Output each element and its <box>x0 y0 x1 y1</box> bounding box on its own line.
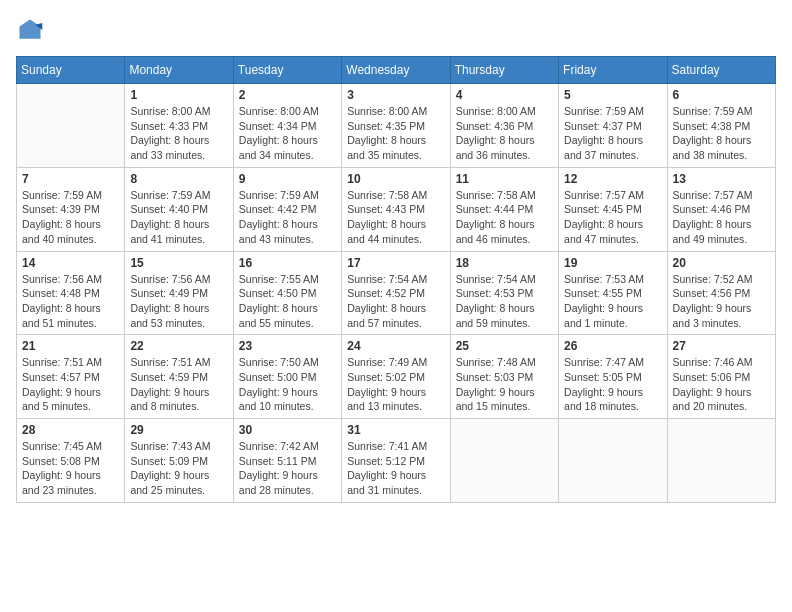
day-number: 28 <box>22 423 119 437</box>
day-of-week-header: Wednesday <box>342 57 450 84</box>
calendar-cell: 10Sunrise: 7:58 AMSunset: 4:43 PMDayligh… <box>342 167 450 251</box>
day-info: Sunrise: 8:00 AMSunset: 4:34 PMDaylight:… <box>239 104 336 163</box>
day-number: 2 <box>239 88 336 102</box>
day-info: Sunrise: 7:55 AMSunset: 4:50 PMDaylight:… <box>239 272 336 331</box>
day-number: 14 <box>22 256 119 270</box>
day-number: 15 <box>130 256 227 270</box>
day-of-week-header: Monday <box>125 57 233 84</box>
day-info: Sunrise: 7:51 AMSunset: 4:57 PMDaylight:… <box>22 355 119 414</box>
day-number: 18 <box>456 256 553 270</box>
day-of-week-header: Friday <box>559 57 667 84</box>
calendar-cell: 3Sunrise: 8:00 AMSunset: 4:35 PMDaylight… <box>342 84 450 168</box>
day-number: 17 <box>347 256 444 270</box>
calendar-cell: 6Sunrise: 7:59 AMSunset: 4:38 PMDaylight… <box>667 84 775 168</box>
calendar-cell <box>559 419 667 503</box>
calendar-cell: 14Sunrise: 7:56 AMSunset: 4:48 PMDayligh… <box>17 251 125 335</box>
calendar-cell <box>450 419 558 503</box>
day-number: 29 <box>130 423 227 437</box>
svg-marker-0 <box>20 20 41 39</box>
day-number: 13 <box>673 172 770 186</box>
day-number: 3 <box>347 88 444 102</box>
day-number: 21 <box>22 339 119 353</box>
day-number: 19 <box>564 256 661 270</box>
day-of-week-header: Saturday <box>667 57 775 84</box>
day-info: Sunrise: 7:48 AMSunset: 5:03 PMDaylight:… <box>456 355 553 414</box>
calendar-cell: 13Sunrise: 7:57 AMSunset: 4:46 PMDayligh… <box>667 167 775 251</box>
calendar-cell <box>17 84 125 168</box>
day-of-week-header: Tuesday <box>233 57 341 84</box>
calendar-cell: 17Sunrise: 7:54 AMSunset: 4:52 PMDayligh… <box>342 251 450 335</box>
day-info: Sunrise: 7:50 AMSunset: 5:00 PMDaylight:… <box>239 355 336 414</box>
calendar-cell: 24Sunrise: 7:49 AMSunset: 5:02 PMDayligh… <box>342 335 450 419</box>
calendar-cell: 12Sunrise: 7:57 AMSunset: 4:45 PMDayligh… <box>559 167 667 251</box>
calendar-week-row: 1Sunrise: 8:00 AMSunset: 4:33 PMDaylight… <box>17 84 776 168</box>
day-info: Sunrise: 7:53 AMSunset: 4:55 PMDaylight:… <box>564 272 661 331</box>
day-info: Sunrise: 7:52 AMSunset: 4:56 PMDaylight:… <box>673 272 770 331</box>
day-number: 1 <box>130 88 227 102</box>
day-info: Sunrise: 7:59 AMSunset: 4:40 PMDaylight:… <box>130 188 227 247</box>
day-number: 9 <box>239 172 336 186</box>
day-number: 6 <box>673 88 770 102</box>
logo-icon <box>16 16 44 44</box>
logo <box>16 16 48 44</box>
calendar-cell: 26Sunrise: 7:47 AMSunset: 5:05 PMDayligh… <box>559 335 667 419</box>
calendar-cell: 11Sunrise: 7:58 AMSunset: 4:44 PMDayligh… <box>450 167 558 251</box>
day-info: Sunrise: 7:59 AMSunset: 4:38 PMDaylight:… <box>673 104 770 163</box>
calendar-cell: 1Sunrise: 8:00 AMSunset: 4:33 PMDaylight… <box>125 84 233 168</box>
day-info: Sunrise: 8:00 AMSunset: 4:35 PMDaylight:… <box>347 104 444 163</box>
day-info: Sunrise: 7:49 AMSunset: 5:02 PMDaylight:… <box>347 355 444 414</box>
day-number: 5 <box>564 88 661 102</box>
calendar-cell: 30Sunrise: 7:42 AMSunset: 5:11 PMDayligh… <box>233 419 341 503</box>
day-number: 4 <box>456 88 553 102</box>
day-number: 20 <box>673 256 770 270</box>
day-number: 22 <box>130 339 227 353</box>
day-info: Sunrise: 7:58 AMSunset: 4:43 PMDaylight:… <box>347 188 444 247</box>
calendar-cell: 31Sunrise: 7:41 AMSunset: 5:12 PMDayligh… <box>342 419 450 503</box>
calendar-cell: 23Sunrise: 7:50 AMSunset: 5:00 PMDayligh… <box>233 335 341 419</box>
calendar-cell: 27Sunrise: 7:46 AMSunset: 5:06 PMDayligh… <box>667 335 775 419</box>
day-info: Sunrise: 7:57 AMSunset: 4:46 PMDaylight:… <box>673 188 770 247</box>
day-number: 30 <box>239 423 336 437</box>
calendar-cell: 16Sunrise: 7:55 AMSunset: 4:50 PMDayligh… <box>233 251 341 335</box>
calendar-cell: 20Sunrise: 7:52 AMSunset: 4:56 PMDayligh… <box>667 251 775 335</box>
day-number: 16 <box>239 256 336 270</box>
day-number: 12 <box>564 172 661 186</box>
day-info: Sunrise: 7:56 AMSunset: 4:49 PMDaylight:… <box>130 272 227 331</box>
day-info: Sunrise: 7:59 AMSunset: 4:42 PMDaylight:… <box>239 188 336 247</box>
calendar-cell: 22Sunrise: 7:51 AMSunset: 4:59 PMDayligh… <box>125 335 233 419</box>
calendar-cell: 29Sunrise: 7:43 AMSunset: 5:09 PMDayligh… <box>125 419 233 503</box>
day-info: Sunrise: 7:58 AMSunset: 4:44 PMDaylight:… <box>456 188 553 247</box>
calendar-table: SundayMondayTuesdayWednesdayThursdayFrid… <box>16 56 776 503</box>
day-info: Sunrise: 8:00 AMSunset: 4:36 PMDaylight:… <box>456 104 553 163</box>
calendar-cell: 15Sunrise: 7:56 AMSunset: 4:49 PMDayligh… <box>125 251 233 335</box>
day-number: 25 <box>456 339 553 353</box>
calendar-cell: 25Sunrise: 7:48 AMSunset: 5:03 PMDayligh… <box>450 335 558 419</box>
day-number: 26 <box>564 339 661 353</box>
calendar-cell: 5Sunrise: 7:59 AMSunset: 4:37 PMDaylight… <box>559 84 667 168</box>
calendar-cell: 4Sunrise: 8:00 AMSunset: 4:36 PMDaylight… <box>450 84 558 168</box>
calendar-cell: 18Sunrise: 7:54 AMSunset: 4:53 PMDayligh… <box>450 251 558 335</box>
calendar-cell: 2Sunrise: 8:00 AMSunset: 4:34 PMDaylight… <box>233 84 341 168</box>
day-info: Sunrise: 7:54 AMSunset: 4:52 PMDaylight:… <box>347 272 444 331</box>
day-info: Sunrise: 7:46 AMSunset: 5:06 PMDaylight:… <box>673 355 770 414</box>
day-number: 31 <box>347 423 444 437</box>
calendar-week-row: 28Sunrise: 7:45 AMSunset: 5:08 PMDayligh… <box>17 419 776 503</box>
calendar-week-row: 7Sunrise: 7:59 AMSunset: 4:39 PMDaylight… <box>17 167 776 251</box>
day-number: 27 <box>673 339 770 353</box>
day-number: 7 <box>22 172 119 186</box>
day-of-week-header: Thursday <box>450 57 558 84</box>
calendar-cell: 7Sunrise: 7:59 AMSunset: 4:39 PMDaylight… <box>17 167 125 251</box>
calendar-header-row: SundayMondayTuesdayWednesdayThursdayFrid… <box>17 57 776 84</box>
calendar-cell: 21Sunrise: 7:51 AMSunset: 4:57 PMDayligh… <box>17 335 125 419</box>
calendar-cell <box>667 419 775 503</box>
day-info: Sunrise: 7:54 AMSunset: 4:53 PMDaylight:… <box>456 272 553 331</box>
calendar-week-row: 14Sunrise: 7:56 AMSunset: 4:48 PMDayligh… <box>17 251 776 335</box>
day-info: Sunrise: 7:56 AMSunset: 4:48 PMDaylight:… <box>22 272 119 331</box>
day-info: Sunrise: 7:42 AMSunset: 5:11 PMDaylight:… <box>239 439 336 498</box>
calendar-cell: 28Sunrise: 7:45 AMSunset: 5:08 PMDayligh… <box>17 419 125 503</box>
day-number: 10 <box>347 172 444 186</box>
day-info: Sunrise: 7:45 AMSunset: 5:08 PMDaylight:… <box>22 439 119 498</box>
day-info: Sunrise: 7:51 AMSunset: 4:59 PMDaylight:… <box>130 355 227 414</box>
calendar-cell: 8Sunrise: 7:59 AMSunset: 4:40 PMDaylight… <box>125 167 233 251</box>
day-info: Sunrise: 7:47 AMSunset: 5:05 PMDaylight:… <box>564 355 661 414</box>
